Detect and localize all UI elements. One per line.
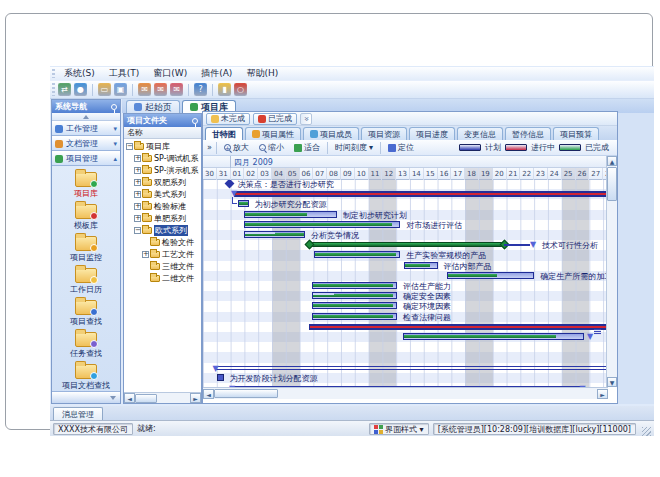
expander-minus-icon[interactable]: − bbox=[126, 143, 133, 150]
tree-node-0[interactable]: −项目库 bbox=[124, 140, 201, 152]
sidebar-scroll-up[interactable] bbox=[52, 113, 120, 121]
collapse-chevron-icon[interactable]: » bbox=[300, 113, 312, 125]
scroll-up-icon[interactable]: ▲ bbox=[607, 156, 617, 166]
scroll-down-icon[interactable]: ▼ bbox=[607, 377, 617, 387]
expander-plus-icon[interactable]: + bbox=[134, 179, 141, 186]
timescale-dropdown[interactable]: 时间刻度▾ bbox=[332, 141, 376, 154]
scroll-thumb[interactable] bbox=[607, 167, 617, 201]
gantt-hscrollbar[interactable]: ◄ ► bbox=[203, 387, 608, 399]
task-bar[interactable] bbox=[314, 251, 400, 258]
menu-item-3[interactable]: 插件(A) bbox=[195, 67, 238, 80]
gantt-tab-7[interactable]: 项目预算 bbox=[553, 127, 599, 140]
resize-grip[interactable] bbox=[642, 427, 651, 436]
phase-summary-bar[interactable] bbox=[309, 242, 504, 247]
sidebar-item-5[interactable]: 任务查找 bbox=[53, 329, 119, 359]
sidebar-group-2[interactable]: 项目管理▴ bbox=[52, 151, 120, 166]
report-icon-3[interactable]: ✉ bbox=[170, 83, 183, 96]
filter-button-1[interactable]: 已完成 bbox=[253, 113, 297, 125]
sidebar-item-2[interactable]: 项目监控 bbox=[53, 233, 119, 263]
open-folder-icon[interactable]: ▭ bbox=[98, 83, 111, 96]
expander-plus-icon[interactable]: + bbox=[134, 167, 141, 174]
milestone-diamond[interactable] bbox=[224, 180, 234, 188]
tree-column-header[interactable]: 名称 bbox=[124, 127, 201, 139]
gantt-tab-5[interactable]: 变更信息 bbox=[457, 127, 503, 140]
task-bar[interactable] bbox=[312, 302, 397, 309]
tree-node-4[interactable]: +美式系列 bbox=[124, 188, 201, 200]
gantt-chart-area[interactable]: 决策点：是否进行初步研究▼为初步研究分配资源制定初步研究计划对市场进行评估分析竞… bbox=[203, 180, 617, 389]
toolbar-overflow-icon[interactable]: » bbox=[207, 143, 212, 152]
sidebar-group-1[interactable]: 文档管理▾ bbox=[52, 136, 120, 151]
sidebar-group-0[interactable]: 工作管理▾ bbox=[52, 121, 120, 136]
menu-item-2[interactable]: 窗口(W) bbox=[147, 67, 193, 80]
gantt-tab-3[interactable]: 项目资源 bbox=[361, 127, 407, 140]
sidebar-item-4[interactable]: 项目查找 bbox=[53, 297, 119, 327]
report-icon-2[interactable]: ✉ bbox=[154, 83, 167, 96]
expander-plus-icon[interactable]: + bbox=[142, 251, 149, 258]
help-icon[interactable]: ? bbox=[194, 83, 207, 96]
fit-button[interactable]: 适合 bbox=[291, 141, 323, 154]
task-bar[interactable] bbox=[244, 221, 400, 228]
ui-style-dropdown[interactable]: 界面样式 ▾ bbox=[369, 423, 429, 435]
menu-item-0[interactable]: 系统(S) bbox=[58, 67, 101, 80]
scroll-left-icon[interactable]: ◄ bbox=[203, 389, 214, 399]
expander-plus-icon[interactable]: + bbox=[134, 191, 141, 198]
task-bar[interactable] bbox=[312, 313, 397, 320]
task-bar[interactable] bbox=[312, 292, 397, 299]
exit-icon[interactable]: ○ bbox=[234, 83, 247, 96]
task-bar[interactable] bbox=[244, 231, 305, 238]
task-bar[interactable] bbox=[244, 211, 336, 218]
report-icon-1[interactable]: ✉ bbox=[138, 83, 151, 96]
tree-node-5[interactable]: +检验标准 bbox=[124, 200, 201, 212]
gantt-tab-0[interactable]: 甘特图 bbox=[205, 127, 243, 140]
summary-bar[interactable] bbox=[309, 324, 615, 330]
tree-node-8[interactable]: 检验文件 bbox=[124, 236, 201, 248]
tree-node-10[interactable]: 三维文件 bbox=[124, 260, 201, 272]
sidebar-item-0[interactable]: 项目库 bbox=[53, 169, 119, 199]
globe-icon[interactable]: ● bbox=[74, 83, 87, 96]
zoom-in-button[interactable]: +放大 bbox=[221, 141, 252, 154]
pin-icon[interactable] bbox=[111, 104, 117, 110]
task-bar[interactable] bbox=[447, 272, 534, 279]
sidebar-item-1[interactable]: 模板库 bbox=[53, 201, 119, 231]
scroll-left-icon[interactable]: ◄ bbox=[124, 393, 135, 403]
expander-plus-icon[interactable]: + bbox=[134, 203, 141, 210]
task-bar[interactable] bbox=[238, 200, 249, 207]
menu-item-4[interactable]: 帮助(H) bbox=[240, 67, 284, 80]
scroll-thumb[interactable] bbox=[214, 389, 278, 398]
tree-hscrollbar[interactable]: ◄ ► bbox=[124, 392, 201, 403]
window-icon[interactable]: ▣ bbox=[114, 83, 127, 96]
lock-icon[interactable]: ▮ bbox=[218, 83, 231, 96]
tree-node-1[interactable]: +SP-调试机系 bbox=[124, 152, 201, 164]
scroll-right-icon[interactable]: ► bbox=[190, 393, 201, 403]
tree-node-9[interactable]: +工艺文件 bbox=[124, 248, 201, 260]
locate-button[interactable]: 定位 bbox=[385, 141, 417, 154]
sidebar-item-6[interactable]: 项目文档查找 bbox=[53, 361, 119, 391]
tree-node-2[interactable]: +SP-演示机系 bbox=[124, 164, 201, 176]
pin-icon[interactable] bbox=[192, 118, 198, 124]
tree-node-6[interactable]: +单肥系列 bbox=[124, 212, 201, 224]
task-bar[interactable] bbox=[403, 333, 584, 340]
gantt-tab-6[interactable]: 暂停信息 bbox=[505, 127, 551, 140]
message-management-tab[interactable]: 消息管理 bbox=[53, 407, 103, 420]
connect-icon[interactable]: ⇄ bbox=[58, 83, 71, 96]
menu-item-1[interactable]: 工具(T) bbox=[103, 67, 146, 80]
tree-node-3[interactable]: +双肥系列 bbox=[124, 176, 201, 188]
gantt-tab-2[interactable]: 项目成员 bbox=[303, 127, 359, 140]
sidebar-bottom-strip[interactable] bbox=[52, 391, 120, 403]
zoom-out-button[interactable]: -缩小 bbox=[256, 141, 287, 154]
sidebar-item-3[interactable]: 工作日历 bbox=[53, 265, 119, 295]
gantt-tab-1[interactable]: 项目属性 bbox=[245, 127, 301, 140]
expander-plus-icon[interactable]: + bbox=[134, 215, 141, 222]
expander-plus-icon[interactable]: + bbox=[134, 155, 141, 162]
tree-node-11[interactable]: 二维文件 bbox=[124, 272, 201, 284]
tree-node-7[interactable]: −欧式系列 bbox=[124, 224, 201, 236]
doc-tab-start-page[interactable]: 起始页 bbox=[126, 100, 180, 113]
scroll-right-icon[interactable]: ► bbox=[597, 389, 608, 399]
summary-bar[interactable] bbox=[234, 191, 617, 197]
filter-button-0[interactable]: 未完成 bbox=[206, 113, 250, 125]
gantt-vscrollbar[interactable]: ▲ ▼ bbox=[606, 156, 617, 387]
task-square-marker[interactable] bbox=[217, 374, 224, 381]
gantt-tab-4[interactable]: 项目进度 bbox=[409, 127, 455, 140]
task-bar[interactable] bbox=[312, 282, 397, 289]
task-bar[interactable] bbox=[404, 262, 437, 269]
